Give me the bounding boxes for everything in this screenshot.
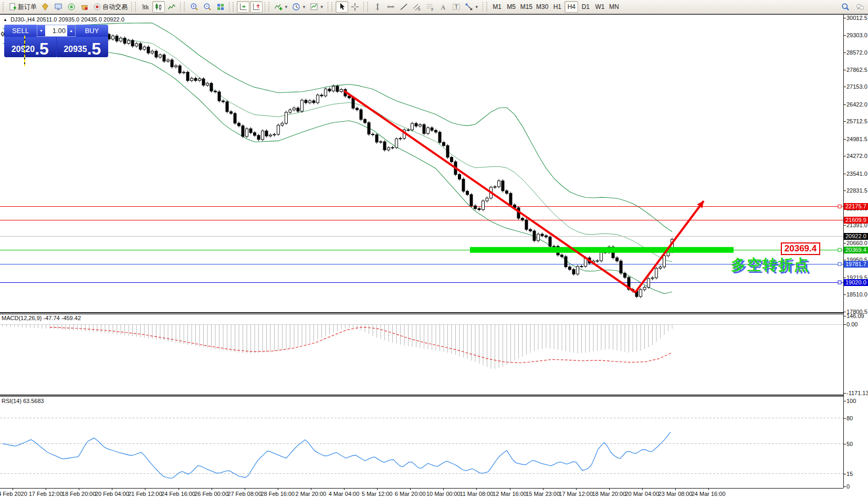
toolbar-separator — [265, 2, 265, 12]
tick-mark — [46, 489, 46, 490]
tf-h1-button-label: H1 — [553, 3, 561, 10]
support-zone-bar[interactable] — [470, 247, 734, 253]
zoom-in-button[interactable] — [188, 1, 201, 13]
candle-body — [364, 120, 367, 123]
tf-h4-button-label: H4 — [568, 3, 576, 10]
toolbar-grip[interactable] — [486, 2, 489, 12]
toolbar-separator — [328, 2, 328, 12]
toolbar-grip[interactable] — [367, 2, 370, 12]
chevron-down-icon[interactable]: ▼ — [475, 5, 479, 9]
line-anchor-handle[interactable] — [838, 205, 841, 208]
chevron-down-icon[interactable]: ▼ — [302, 5, 306, 9]
auto-scroll-button[interactable] — [237, 1, 249, 13]
periods-button[interactable]: ▼ — [290, 1, 308, 13]
candle-body — [529, 229, 532, 231]
collapse-icon[interactable]: ▲ — [3, 17, 7, 22]
vertical-line-object[interactable] — [24, 36, 25, 66]
tf-h4-button[interactable]: H4 — [564, 1, 578, 13]
rsi-tick: 50 — [846, 441, 853, 447]
tick-mark — [13, 489, 13, 490]
market-watch-button[interactable] — [52, 1, 65, 13]
cursor-button[interactable] — [336, 1, 348, 13]
buy-price-tile[interactable]: 20935 .5 — [57, 37, 109, 57]
tf-m1-button[interactable]: M1 — [490, 1, 504, 13]
time-tick-label: 18 Feb 20:00 — [62, 491, 96, 497]
candle-body — [297, 108, 299, 111]
candle-body — [163, 55, 165, 61]
navigator-button[interactable] — [65, 1, 78, 13]
panel-splitter-rsi[interactable] — [0, 395, 843, 397]
volume-increase-button[interactable]: ▲ — [67, 25, 75, 36]
vertical-line-button[interactable] — [371, 1, 384, 13]
time-tick-label: 11 Mar 08:00 — [459, 491, 493, 497]
tf-w1-button[interactable]: W1 — [593, 1, 606, 13]
chevron-down-icon[interactable]: ▼ — [320, 5, 324, 9]
price-tick: 18510.0 — [846, 291, 867, 298]
tf-m5-button[interactable]: M5 — [505, 1, 518, 13]
crosshair-button[interactable] — [349, 1, 361, 13]
channel-button[interactable]: E — [411, 1, 423, 13]
chart-workspace[interactable]: ▲ DJ30-,H4 20511.0 20935.0 20435.0 20922… — [0, 14, 868, 498]
line-anchor-handle[interactable] — [838, 281, 841, 284]
tf-mn-button[interactable]: MN — [607, 1, 621, 13]
tf-h1-button[interactable]: H1 — [550, 1, 564, 13]
time-axis[interactable]: 4 Feb 202017 Feb 12:0018 Feb 20:0020 Feb… — [0, 488, 843, 498]
volume-decrease-button[interactable]: ▼ — [37, 25, 45, 36]
price-annotation-box[interactable]: 20369.4 — [781, 242, 820, 255]
line-anchor-handle[interactable] — [838, 262, 841, 266]
toolbar-grip[interactable] — [3, 2, 5, 12]
candle-body — [572, 269, 575, 274]
volume-input[interactable] — [45, 25, 67, 36]
chart-shift-button[interactable] — [250, 1, 263, 13]
templates-button[interactable]: ▼ — [308, 1, 326, 13]
zoom-out-button[interactable] — [201, 1, 214, 13]
tile-windows-button[interactable] — [214, 1, 227, 13]
line-chart-button[interactable] — [165, 1, 178, 13]
price-axis[interactable]: 30012.529303.028572.027862.527153.026422… — [843, 15, 868, 488]
trendline-button[interactable] — [398, 1, 410, 13]
candle-body — [388, 148, 390, 150]
macd-tick: -1171.13 — [846, 390, 868, 396]
label-button[interactable]: T — [450, 1, 463, 13]
bollinger-band — [3, 44, 672, 294]
rsi-panel[interactable] — [0, 397, 843, 488]
candle-chart-button[interactable] — [152, 1, 165, 13]
time-tick-label: 24 Feb 16:00 — [161, 491, 195, 497]
macd-panel[interactable] — [0, 314, 843, 395]
toolbar-grip[interactable] — [184, 2, 186, 12]
sell-button[interactable]: SELL — [4, 25, 37, 37]
terminal-button[interactable] — [78, 1, 91, 13]
tf-m15-button[interactable]: M15 — [519, 1, 534, 13]
shapes-button[interactable]: ▼ — [463, 1, 480, 13]
zoom-in-icon — [190, 3, 198, 11]
new-order-button[interactable]: 新订单 — [7, 1, 38, 13]
chat-button[interactable] — [854, 1, 866, 13]
autotrading-button[interactable]: 自动交易 — [91, 1, 129, 13]
horizontal-line-button[interactable] — [384, 1, 397, 13]
tf-d1-button[interactable]: D1 — [579, 1, 592, 13]
chevron-down-icon[interactable]: ▼ — [284, 5, 288, 9]
buy-button[interactable]: BUY — [76, 25, 108, 37]
toolbar-separator — [363, 2, 364, 12]
fibonacci-button[interactable]: F — [424, 1, 436, 13]
toolbar-grip[interactable] — [268, 2, 271, 12]
toolbar-grip[interactable] — [331, 2, 334, 12]
turning-point-annotation[interactable]: 多空转折点 — [731, 255, 810, 275]
sell-price-tile[interactable]: 20920 .5 — [4, 37, 56, 57]
profile-button[interactable] — [39, 1, 51, 13]
text-button[interactable]: A — [437, 1, 449, 13]
chat-icon — [856, 3, 864, 11]
main-chart[interactable] — [0, 15, 843, 312]
uptrend-arrow-line[interactable] — [635, 201, 704, 292]
line-anchor-handle[interactable] — [838, 248, 841, 251]
toolbar-grip[interactable] — [233, 2, 235, 12]
bar-chart-button[interactable] — [139, 1, 152, 13]
indicators-button[interactable]: ▼ — [273, 1, 290, 13]
candle-body — [254, 133, 256, 135]
candle-body — [537, 234, 540, 241]
panel-splitter-macd[interactable] — [0, 312, 843, 314]
tf-m30-button[interactable]: M30 — [535, 1, 550, 13]
toolbar-grip[interactable] — [135, 2, 138, 12]
downtrend-line[interactable] — [344, 91, 635, 292]
search-button[interactable] — [839, 1, 852, 13]
